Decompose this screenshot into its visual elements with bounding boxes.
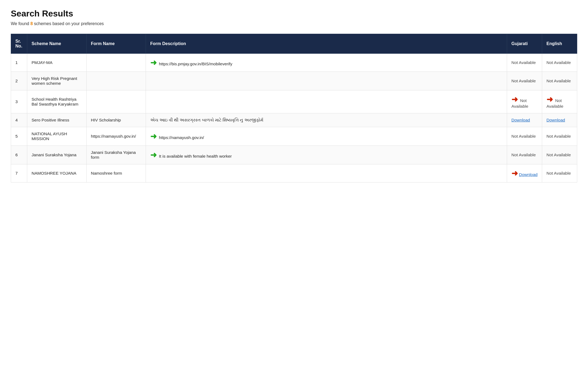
table-row: 5NATIONAL AYUSH MISSIONhttps://namayush.… [11,127,577,146]
cell-scheme: Sero Positive Illness [27,113,87,127]
table-row: 2Very High Risk Pregnant women schemeNot… [11,72,577,90]
cell-form-desc: ➜ It is available with female health wor… [146,146,507,164]
header-sr: Sr. No. [11,34,27,54]
header-english: English [542,34,577,54]
cell-gujarati: ➜ Not Available [507,90,542,113]
results-table: Sr. No. Scheme Name Form Name Form Descr… [11,34,577,182]
cell-form-name: Namoshree form [87,164,146,182]
cell-english: Not Available [542,164,577,182]
red-arrow-icon: ➜ [546,95,553,104]
cell-scheme: NATIONAL AYUSH MISSION [27,127,87,146]
green-arrow-icon: ➜ [150,58,157,67]
red-arrow-icon: ➜ [511,95,518,104]
cell-sr: 5 [11,127,27,146]
cell-sr: 3 [11,90,27,113]
cell-sr: 4 [11,113,27,127]
cell-form-name [87,54,146,72]
cell-form-desc: ➜ https://namayush.gov.in/ [146,127,507,146]
gujarati-download-link[interactable]: Download [511,118,530,122]
table-row: 6Janani Suraksha YojanaJanani Suraksha Y… [11,146,577,164]
red-arrow-icon: ➜ [511,169,518,178]
cell-english: Not Available [542,146,577,164]
cell-sr: 6 [11,146,27,164]
cell-english: Not Available [542,72,577,90]
cell-gujarati: Not Available [507,54,542,72]
cell-scheme: School Health Rashtriya Bal Swasthya Kar… [27,90,87,113]
cell-gujarati[interactable]: ➜Download [507,164,542,182]
cell-english: Not Available [542,54,577,72]
green-arrow-icon: ➜ [150,150,157,160]
cell-form-name [87,90,146,113]
header-scheme: Scheme Name [27,34,87,54]
cell-gujarati: Not Available [507,146,542,164]
cell-english: Not Available [542,127,577,146]
cell-sr: 7 [11,164,27,182]
cell-form-desc [146,72,507,90]
cell-english: ➜ Not Available [542,90,577,113]
cell-scheme: NAMOSHREE YOJANA [27,164,87,182]
table-row: 7NAMOSHREE YOJANANamoshree form➜Download… [11,164,577,182]
cell-form-name: https://namayush.gov.in/ [87,127,146,146]
cell-form-name: Janani Suraksha Yojana form [87,146,146,164]
cell-form-desc [146,90,507,113]
cell-form-name: HIV Scholarship [87,113,146,127]
cell-gujarati: Not Available [507,127,542,146]
table-row: 3School Health Rashtriya Bal Swasthya Ka… [11,90,577,113]
cell-form-desc: એચ આઇ વી થી અસરગ્રસ્ત બાળકો માટે શિષ્યવૃ… [146,113,507,127]
results-subtitle: We found 8 schemes based on your prefere… [11,21,577,26]
cell-sr: 1 [11,54,27,72]
english-download-link[interactable]: Download [546,118,565,122]
table-row: 4Sero Positive IllnessHIV Scholarshipએચ … [11,113,577,127]
cell-scheme: PMJAY-MA [27,54,87,72]
cell-form-desc: ➜ https://bis.pmjay.gov.in/BIS/mobilever… [146,54,507,72]
cell-sr: 2 [11,72,27,90]
cell-scheme: Janani Suraksha Yojana [27,146,87,164]
table-row: 1PMJAY-MA➜ https://bis.pmjay.gov.in/BIS/… [11,54,577,72]
green-arrow-icon: ➜ [150,132,157,141]
cell-form-name [87,72,146,90]
header-form-name: Form Name [87,34,146,54]
page-title: Search Results [11,9,577,19]
header-form-desc: Form Description [146,34,507,54]
cell-gujarati[interactable]: Download [507,113,542,127]
cell-form-desc [146,164,507,182]
gujarati-download-link[interactable]: Download [519,172,538,177]
cell-english[interactable]: Download [542,113,577,127]
cell-scheme: Very High Risk Pregnant women scheme [27,72,87,90]
header-gujarati: Gujarati [507,34,542,54]
cell-gujarati: Not Available [507,72,542,90]
